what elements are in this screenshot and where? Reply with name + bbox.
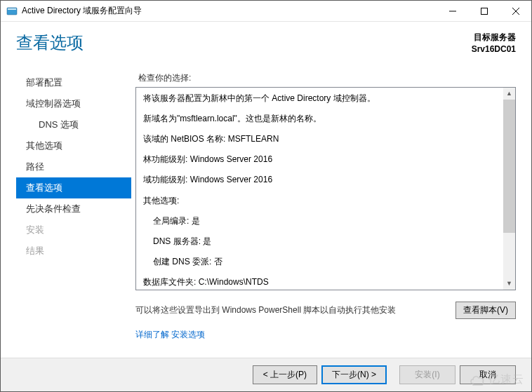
sidebar-item-installation: 安装 [16,219,131,241]
next-button[interactable]: 下一步(N) > [321,365,387,384]
review-line: 将该服务器配置为新林中的第一个 Active Directory 域控制器。 [143,92,496,105]
footer: < 上一步(P) 下一步(N) > 安装(I) 取消 [1,358,531,391]
svg-rect-1 [8,8,16,10]
sidebar: 部署配置域控制器选项DNS 选项其他选项路径查看选项先决条件检查安装结果 [16,65,135,341]
app-icon [6,6,18,17]
sidebar-item-prereq-check[interactable]: 先决条件检查 [16,198,131,219]
review-box: 将该服务器配置为新林中的第一个 Active Directory 域控制器。新域… [135,87,516,290]
review-content: 将该服务器配置为新林中的第一个 Active Directory 域控制器。新域… [136,88,503,290]
scroll-up-arrow[interactable]: ▲ [503,88,515,100]
review-prompt: 检查你的选择: [138,72,516,84]
target-server-name: Srv16DC01 [472,43,516,55]
learn-more: 详细了解 安装选项 [135,329,516,341]
sidebar-item-additional-options[interactable]: 其他选项 [16,135,131,156]
sidebar-item-results: 结果 [16,241,131,262]
sidebar-item-deployment-config[interactable]: 部署配置 [16,72,131,93]
review-line: 该域的 NetBIOS 名称: MSFTLEARN [143,133,496,146]
scrollbar[interactable]: ▲ ▼ [503,88,515,290]
export-text: 可以将这些设置导出到 Windows PowerShell 脚本以自动执行其他安… [135,304,455,316]
review-line: 其他选项: [143,194,496,208]
scroll-track[interactable] [503,100,515,278]
scroll-thumb[interactable] [503,100,515,234]
minimize-button[interactable] [437,1,468,22]
maximize-button[interactable] [468,1,500,22]
review-line: 新域名为"msftlearn.local"。这也是新林的名称。 [143,112,496,126]
cancel-button[interactable]: 取消 [460,365,516,384]
wizard-window: Active Directory 域服务配置向导 查看选项 目标服务器 Srv1… [0,0,532,392]
scroll-down-arrow[interactable]: ▼ [503,278,515,290]
view-script-button[interactable]: 查看脚本(V) [455,302,516,319]
review-line: 域功能级别: Windows Server 2016 [143,173,496,187]
install-button: 安装(I) [399,365,455,384]
review-line: 全局编录: 是 [143,215,496,228]
svg-rect-3 [481,8,487,14]
window-title: Active Directory 域服务配置向导 [22,5,437,17]
learn-more-link[interactable]: 详细了解 安装选项 [135,330,205,339]
window-controls [437,1,531,22]
review-line: 林功能级别: Windows Server 2016 [143,153,496,166]
review-line: 创建 DNS 委派: 否 [143,255,496,269]
sidebar-item-paths[interactable]: 路径 [16,156,131,177]
review-line: DNS 服务器: 是 [143,235,496,248]
sidebar-item-review-options[interactable]: 查看选项 [16,177,131,198]
header: 查看选项 目标服务器 Srv16DC01 [1,22,531,60]
sidebar-item-dns-options[interactable]: DNS 选项 [16,114,131,135]
sidebar-item-dc-options[interactable]: 域控制器选项 [16,93,131,114]
previous-button[interactable]: < 上一步(P) [253,365,317,384]
main-panel: 检查你的选择: 将该服务器配置为新林中的第一个 Active Directory… [135,65,516,341]
page-heading: 查看选项 [16,32,472,53]
close-button[interactable] [500,1,531,22]
export-row: 可以将这些设置导出到 Windows PowerShell 脚本以自动执行其他安… [135,302,516,319]
target-server-label: 目标服务器 [472,32,516,43]
body: 部署配置域控制器选项DNS 选项其他选项路径查看选项先决条件检查安装结果 检查你… [1,60,531,341]
titlebar: Active Directory 域服务配置向导 [1,1,531,22]
review-line: 数据库文件夹: C:\Windows\NTDS [143,276,496,289]
target-server-block: 目标服务器 Srv16DC01 [472,32,516,55]
